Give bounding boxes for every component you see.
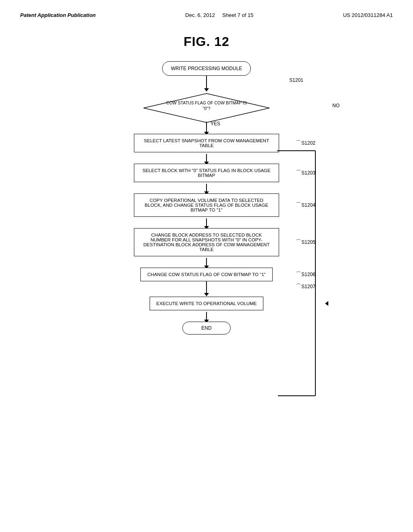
s1206-label: ⌒S1206: [296, 271, 315, 278]
page: Patent Application Publication Dec. 6, 2…: [0, 0, 413, 532]
start-node-wrapper: WRITE PROCESSING MODULE: [86, 61, 327, 76]
s1202-box: SELECT LATEST SNAPSHOT FROM COW MANAGEME…: [134, 134, 279, 152]
header-publication-label: Patent Application Publication: [20, 12, 96, 18]
arrow-start-to-diamond: [206, 76, 207, 89]
s1201-label: S1201: [289, 77, 303, 83]
arrow-s1206-to-s1207: [206, 281, 207, 293]
s1202-wrapper: SELECT LATEST SNAPSHOT FROM COW MANAGEME…: [86, 134, 327, 152]
diamond-text: COW STATUS FLAG OF COW BITMAP IS "0"?: [162, 100, 251, 111]
yes-label: YES: [211, 121, 220, 127]
arrow-s1203-to-s1204: [206, 184, 207, 192]
diamond-shape: COW STATUS FLAG OF COW BITMAP IS "0"?: [146, 92, 267, 120]
no-branch-arrowhead: [325, 301, 328, 306]
header-center: Dec. 6, 2012 Sheet 7 of 15: [185, 12, 253, 18]
s1203-label: ⌒S1203: [296, 169, 315, 177]
header-patent-number: US 2012/0311284 A1: [343, 12, 393, 18]
arrow-s1205-to-s1206: [206, 258, 207, 266]
s1205-label: ⌒S1205: [296, 239, 315, 246]
s1204-wrapper: COPY OPERATIONAL VOLUME DATA TO SELECTED…: [86, 193, 327, 217]
end-node: END: [182, 322, 231, 335]
header-date: Dec. 6, 2012: [185, 12, 215, 18]
flow-main: WRITE PROCESSING MODULE S1201 COW STATUS…: [86, 61, 327, 335]
s1206-wrapper: CHANGE COW STATUS FLAG OF COW BITMAP TO …: [86, 268, 327, 281]
s1207-label: ⌒S1207: [296, 283, 315, 290]
header-sheet: Sheet 7 of 15: [222, 12, 253, 18]
s1207-wrapper: EXECUTE WRITE TO OPERATIONAL VOLUME: [86, 297, 327, 310]
no-label: NO: [332, 103, 340, 108]
flowchart: WRITE PROCESSING MODULE S1201 COW STATUS…: [86, 61, 327, 335]
s1205-wrapper: CHANGE BLOCK ADDRESS TO SELECTED BLOCK N…: [86, 228, 327, 256]
s1202-label: ⌒S1202: [296, 139, 315, 147]
s1205-box: CHANGE BLOCK ADDRESS TO SELECTED BLOCK N…: [134, 228, 279, 256]
start-node: WRITE PROCESSING MODULE: [162, 61, 251, 76]
header: Patent Application Publication Dec. 6, 2…: [20, 12, 393, 18]
arrow-diamond-to-s1202: [206, 122, 207, 132]
s1203-wrapper: SELECT BLOCK WITH "0" STATUS FLAG IN BLO…: [86, 164, 327, 182]
arrow-s1204-to-s1205: [206, 218, 207, 227]
s1203-box: SELECT BLOCK WITH "0" STATUS FLAG IN BLO…: [134, 164, 279, 182]
s1204-box: COPY OPERATIONAL VOLUME DATA TO SELECTED…: [134, 193, 279, 217]
arrow-s1202-to-s1203: [206, 154, 207, 162]
arrow-s1207-to-end: [206, 312, 207, 320]
diamond-wrapper: COW STATUS FLAG OF COW BITMAP IS "0"? NO: [86, 92, 327, 120]
s1204-label: ⌒S1204: [296, 202, 315, 209]
s1207-box: EXECUTE WRITE TO OPERATIONAL VOLUME: [150, 297, 264, 310]
end-node-wrapper: END: [86, 322, 327, 335]
figure-title: FIG. 12: [20, 34, 393, 49]
s1206-box: CHANGE COW STATUS FLAG OF COW BITMAP TO …: [140, 268, 272, 281]
